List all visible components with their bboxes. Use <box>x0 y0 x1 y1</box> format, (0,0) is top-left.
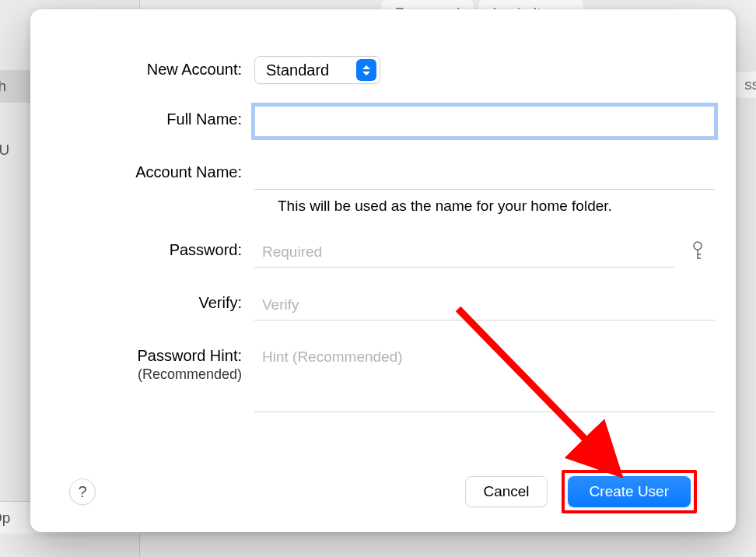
bg-right-button: ssw <box>735 72 756 98</box>
svg-point-0 <box>694 242 702 250</box>
account-name-input[interactable] <box>254 159 715 190</box>
full-name-input[interactable] <box>254 106 715 137</box>
password-input[interactable] <box>254 236 674 268</box>
account-name-helper: This will be used as the name for your h… <box>278 198 612 215</box>
modal-footer: ? Cancel Create User <box>69 470 697 513</box>
cancel-button[interactable]: Cancel <box>465 476 547 507</box>
key-icon[interactable] <box>690 240 705 264</box>
account-name-label: Account Name: <box>69 159 254 181</box>
full-name-label: Full Name: <box>69 106 254 128</box>
account-type-select[interactable]: Standard <box>254 56 380 84</box>
verify-input[interactable] <box>254 289 715 321</box>
help-button[interactable]: ? <box>69 478 96 505</box>
annotation-highlight-box: Create User <box>562 470 697 513</box>
new-account-label: New Account: <box>69 56 254 79</box>
create-user-button[interactable]: Create User <box>568 476 691 507</box>
verify-label: Verify: <box>69 289 254 312</box>
password-hint-input[interactable] <box>254 342 715 412</box>
account-type-value: Standard <box>255 61 356 79</box>
hint-label-text: Password Hint: <box>138 347 243 364</box>
updown-stepper-icon <box>356 59 376 81</box>
password-label: Password: <box>69 236 254 259</box>
password-hint-label: Password Hint: (Recommended) <box>69 342 254 383</box>
hint-sublabel: (Recommended) <box>69 366 242 383</box>
create-user-modal: New Account: Standard Full Name: Account… <box>30 9 736 532</box>
